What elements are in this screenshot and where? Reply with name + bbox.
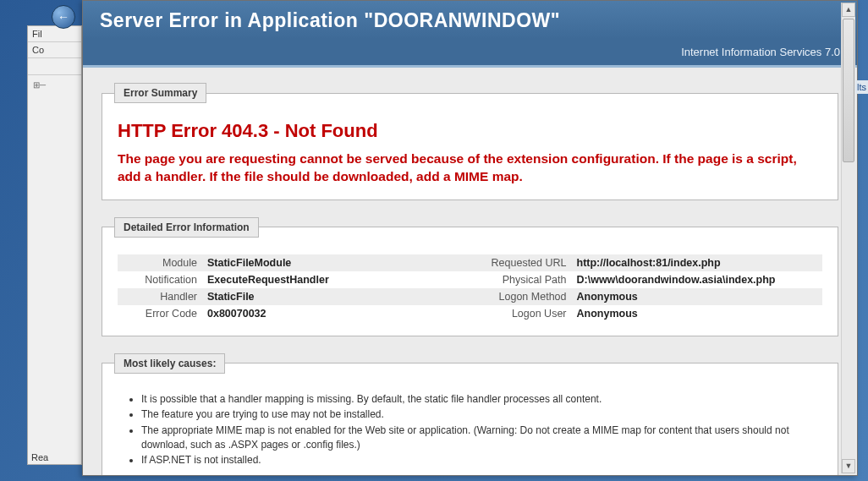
list-item: It is possible that a handler mapping is… (141, 392, 822, 407)
scrollbar-track[interactable] (842, 17, 855, 459)
detail-table-left: ModuleStaticFileModule NotificationExecu… (118, 254, 470, 322)
iis-error-window: Server Error in Application "DOORANWINDO… (82, 0, 858, 476)
causes-list: It is possible that a handler mapping is… (141, 392, 822, 468)
likely-causes-legend: Most likely causes: (114, 353, 225, 374)
cropped-right-label: lts (855, 80, 868, 94)
window-header: Server Error in Application "DOORANWINDO… (83, 1, 857, 39)
table-row: Physical PathD:\www\doorandwindow.asia\i… (470, 271, 823, 288)
detail-label: Module (118, 254, 202, 271)
detail-value: Anonymous (572, 305, 823, 322)
table-row: HandlerStaticFile (118, 288, 470, 305)
detail-label: Requested URL (470, 254, 572, 271)
detail-label: Error Code (118, 305, 202, 322)
detail-table-right: Requested URLhttp://localhost:81/index.p… (470, 254, 823, 322)
detail-value: Anonymous (572, 288, 823, 305)
iis-version-bar: Internet Information Services 7.0 (83, 39, 857, 68)
table-row: Requested URLhttp://localhost:81/index.p… (470, 254, 823, 271)
detailed-error-legend: Detailed Error Information (114, 217, 259, 238)
likely-causes-box: Most likely causes: It is possible that … (102, 353, 838, 475)
list-item: The appropriate MIME map is not enabled … (141, 424, 822, 453)
detail-label: Logon Method (470, 288, 572, 305)
error-summary-legend: Error Summary (114, 83, 206, 103)
error-description: The page you are requesting cannot be se… (118, 150, 822, 186)
detail-value: http://localhost:81/index.php (572, 254, 823, 271)
detail-label: Notification (118, 271, 202, 288)
detail-value: StaticFile (202, 288, 470, 305)
table-row: NotificationExecuteRequestHandler (118, 271, 470, 288)
background-tab-blank (28, 58, 81, 75)
background-tab-rea[interactable]: Rea (31, 452, 48, 462)
detail-label: Logon User (470, 305, 572, 322)
page-title: Server Error in Application "DOORANWINDO… (100, 9, 840, 32)
list-item: If ASP.NET is not installed. (141, 453, 822, 467)
content-area: Error Summary HTTP Error 404.3 - Not Fou… (83, 68, 857, 475)
table-row: Error Code0x80070032 (118, 305, 470, 322)
detail-value: 0x80070032 (202, 305, 470, 322)
table-row: Logon UserAnonymous (470, 305, 823, 322)
detail-label: Physical Path (470, 271, 572, 288)
table-row: Logon MethodAnonymous (470, 288, 823, 305)
arrow-left-icon: ← (58, 10, 69, 24)
table-row: ModuleStaticFileModule (118, 254, 470, 271)
detail-value: StaticFileModule (202, 254, 470, 271)
detail-value: ExecuteRequestHandler (202, 271, 470, 288)
background-tab-co[interactable]: Co (28, 42, 81, 58)
detail-label: Handler (118, 288, 202, 305)
error-title: HTTP Error 404.3 - Not Found (118, 120, 822, 142)
vertical-scrollbar[interactable]: ▲ ▼ (841, 3, 855, 473)
error-summary-box: Error Summary HTTP Error 404.3 - Not Fou… (102, 83, 838, 200)
detailed-error-box: Detailed Error Information ModuleStaticF… (102, 217, 838, 336)
list-item: The feature you are trying to use may no… (141, 407, 822, 422)
background-window: ← Fil Co ⊞─ Rea (27, 25, 82, 465)
scroll-down-arrow-icon[interactable]: ▼ (842, 459, 855, 473)
detail-value: D:\www\doorandwindow.asia\index.php (572, 271, 823, 288)
scrollbar-thumb[interactable] (843, 19, 854, 162)
back-button[interactable]: ← (52, 5, 75, 29)
background-tab-fil[interactable]: Fil (28, 26, 81, 42)
scroll-up-arrow-icon[interactable]: ▲ (842, 3, 855, 17)
